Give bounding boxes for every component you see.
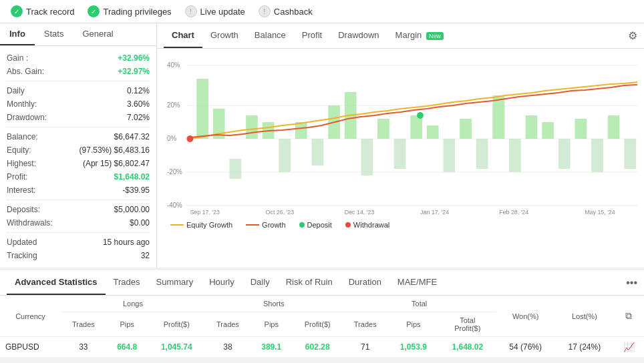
deposits-label: Deposits: [7,205,40,214]
interest-label: Interest: [7,186,35,195]
th-shorts-pips: Pips [251,312,293,337]
th-longs-pips: Pips [106,312,148,337]
tab-growth[interactable]: Growth [202,23,247,48]
live-update-label: Live update [200,7,245,17]
highest-label: Highest: [7,159,36,168]
track-record-item[interactable]: ✓ Track record [11,5,74,17]
td-chart-icon[interactable]: 📈 [614,337,644,358]
th-shorts-group: Shorts [205,296,343,312]
tab-chart[interactable]: Chart [164,23,202,48]
th-lost: Lost(%) [555,296,614,337]
copy-icon[interactable]: ⧉ [625,310,632,321]
settings-icon[interactable]: ⚙ [628,29,637,42]
svg-rect-39 [575,119,587,139]
tab-summary[interactable]: Summary [148,270,202,295]
growth-line [246,224,259,226]
svg-text:40%: 40% [167,61,180,69]
svg-rect-26 [361,139,373,175]
new-badge: New [426,32,444,40]
abs-gain-row: Abs. Gain: +32.97% [7,65,150,78]
equity-label: Equity: [7,145,31,155]
tab-general[interactable]: General [73,23,122,45]
deposit-label: Deposit [307,221,332,229]
th-total-profit: TotalProfit($) [439,312,496,337]
tab-mae-mfe[interactable]: MAE/MFE [389,270,445,295]
balance-value: $6,647.32 [114,132,150,141]
deposit-dot [299,222,305,228]
cashback-icon: ! [259,5,271,17]
info-table: Gain : +32.96% Abs. Gain: +32.97% Daily … [0,46,156,268]
td-currency: GBPUSD [0,337,61,358]
th-copy[interactable]: ⧉ [614,296,644,337]
chart-area: 40% 20% 0% -20% -40% Sep 17, '23 Oct 26,… [157,49,644,236]
track-record-label: Track record [26,7,74,17]
svg-rect-36 [526,115,538,139]
tab-balance[interactable]: Balance [247,23,294,48]
profit-value: $1,648.02 [114,172,150,182]
th-longs-trades: Trades [61,312,106,337]
trading-privileges-item[interactable]: ✓ Trading privileges [88,5,171,17]
tab-hourly[interactable]: Hourly [201,270,243,295]
td-won: 54 (76%) [496,337,555,358]
highest-row: Highest: (Apr 15) $6,802.47 [7,157,150,170]
more-options-icon[interactable]: ••• [626,277,637,289]
tab-info[interactable]: Info [0,23,35,45]
td-longs-profit: 1,045.74 [148,337,205,358]
tab-margin[interactable]: Margin New [387,23,452,48]
th-longs-profit: Profit($) [148,312,205,337]
svg-text:Oct 26, '23: Oct 26, '23 [266,209,295,216]
th-shorts-profit: Profit($) [293,312,343,337]
tab-advanced-statistics[interactable]: Advanced Statistics [7,270,106,295]
svg-text:Jan 17, '24: Jan 17, '24 [420,209,449,216]
td-shorts-trades: 38 [205,337,251,358]
svg-rect-27 [377,119,389,139]
deposits-row: Deposits: $5,000.00 [7,203,150,216]
tab-stats[interactable]: Stats [35,23,73,45]
equity-row: Equity: (97.53%) $6,483.16 [7,143,150,157]
svg-rect-16 [196,79,208,139]
td-total-trades: 71 [343,337,388,358]
right-panel: Chart Growth Balance Profit Drawdown Mar… [157,23,644,268]
svg-rect-18 [229,159,241,179]
svg-text:0%: 0% [167,135,176,142]
chart-svg: 40% 20% 0% -20% -40% Sep 17, '23 Oct 26,… [164,55,637,216]
tracking-value: 32 [141,251,150,260]
tab-duration[interactable]: Duration [341,270,389,295]
svg-rect-33 [476,139,488,169]
chart-icon[interactable]: 📈 [623,342,635,352]
equity-growth-line [170,224,184,226]
updated-row: Updated 15 hours ago [7,236,150,249]
svg-rect-38 [558,139,571,169]
svg-rect-29 [410,115,422,139]
live-update-item[interactable]: ! Live update [185,5,245,17]
monthly-label: Monthly: [7,99,37,109]
svg-text:-20%: -20% [167,168,182,175]
svg-rect-30 [427,125,439,139]
balance-row: Balance: $6,647.32 [7,130,150,143]
tab-drawdown[interactable]: Drawdown [330,23,387,48]
legend-deposit: Deposit [299,221,332,229]
bottom-panel: Advanced Statistics Trades Summary Hourl… [0,268,644,358]
svg-rect-23 [312,139,324,165]
abs-gain-value: +32.97% [118,67,150,76]
svg-text:Feb 28, '24: Feb 28, '24 [499,209,528,216]
cashback-label: Cashback [274,7,313,17]
deposits-value: $5,000.00 [114,205,150,214]
left-tabs: Info Stats General [0,23,156,46]
tab-trades[interactable]: Trades [106,270,148,295]
tab-daily[interactable]: Daily [243,270,278,295]
th-shorts-trades: Trades [205,312,251,337]
svg-rect-35 [509,139,521,172]
svg-rect-34 [492,95,504,139]
cashback-item[interactable]: ! Cashback [259,5,313,17]
tab-risk-of-ruin[interactable]: Risk of Ruin [278,270,341,295]
tab-profit[interactable]: Profit [294,23,330,48]
profit-label: Profit: [7,172,27,182]
daily-label: Daily [7,86,25,95]
live-update-icon: ! [185,5,197,17]
trading-privileges-icon: ✓ [88,5,100,17]
svg-text:Dec 14, '23: Dec 14, '23 [345,209,375,216]
equity-value: (97.53%) $6,483.16 [79,145,150,155]
chart-legend: Equity Growth Growth Deposit Withdrawal [164,218,637,232]
left-panel: Info Stats General Gain : +32.96% Abs. G… [0,23,157,268]
